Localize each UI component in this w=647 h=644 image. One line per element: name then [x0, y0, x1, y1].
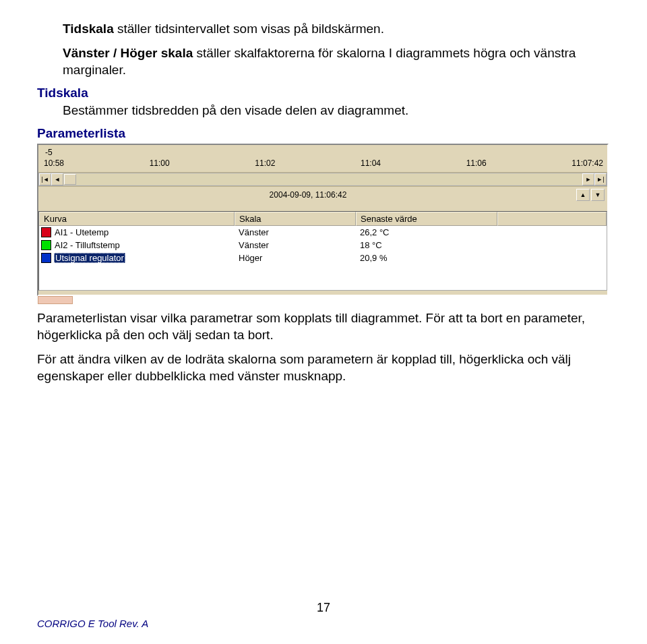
footer-product-name: CORRIGO [37, 618, 86, 629]
color-swatch-icon [41, 227, 51, 237]
scroll-right-button[interactable]: ► [582, 173, 594, 185]
scroll-left-button[interactable]: ◄ [51, 173, 63, 185]
cell-senaste-varde: 20,9 % [356, 253, 497, 263]
timestamp-text: 2004-09-09, 11:06:42 [41, 190, 575, 200]
parameter-table[interactable]: Kurva Skala Senaste värde AI1 - UtetempV… [38, 211, 607, 291]
scroll-thumb[interactable] [64, 174, 76, 185]
intro-line-1: Tidskala ställer tidsintervallet som vis… [63, 20, 610, 38]
intro-bold-2: Vänster / Höger skala [63, 46, 193, 60]
row-label: Utsignal regulator [54, 253, 125, 263]
table-empty-space [39, 264, 607, 290]
post-table-p1: Parameterlistan visar vilka parametrar s… [37, 310, 610, 344]
cell-senaste-varde: 26,2 °C [356, 227, 497, 237]
header-kurva[interactable]: Kurva [39, 212, 235, 226]
page-number: 17 [37, 601, 610, 615]
tidskala-body: Bestämmer tidsbredden på den visade dele… [63, 102, 610, 119]
arrow-up-icon: ▲ [580, 192, 586, 198]
cell-skala: Höger [235, 253, 356, 263]
arrow-down-icon: ▼ [595, 192, 601, 198]
footer-product-rev: E Tool Rev. A [86, 618, 149, 629]
axis-tick-2: 11:02 [255, 158, 275, 168]
arrow-right-icon: ► [596, 176, 603, 183]
axis-tick-4: 11:06 [466, 158, 487, 168]
axis-tick-5: 11:07:42 [572, 158, 603, 168]
cell-senaste-varde: 18 °C [356, 240, 497, 250]
intro-line-2: Vänster / Höger skala ställer skalfaktor… [63, 45, 610, 79]
cell-skala: Vänster [235, 227, 356, 237]
panel-footer-strip [38, 296, 73, 304]
cell-kurva: AI1 - Utetemp [39, 227, 235, 237]
bar-right-icon: | [603, 176, 604, 183]
table-header-row: Kurva Skala Senaste värde [39, 212, 607, 226]
arrow-right-icon: ► [586, 176, 592, 183]
table-body: AI1 - UtetempVänster26,2 °CAI2 - Tilluft… [39, 226, 607, 264]
axis-tick-0: 10:58 [44, 158, 64, 168]
scroll-track[interactable] [76, 174, 582, 185]
heading-parameterlista: Parameterlista [37, 126, 610, 141]
table-row[interactable]: AI1 - UtetempVänster26,2 °C [39, 226, 607, 239]
scroll-start-button[interactable]: |◄ [39, 173, 51, 185]
parameter-panel: -5 10:58 11:00 11:02 11:04 11:06 11:07:4… [37, 144, 609, 304]
color-swatch-icon [41, 240, 51, 250]
row-label: AI1 - Utetemp [54, 227, 109, 237]
color-swatch-icon [41, 253, 51, 263]
axis-tick-3: 11:04 [361, 158, 381, 168]
arrow-left-icon: ◄ [55, 176, 61, 183]
chart-axis-area: -5 10:58 11:00 11:02 11:04 11:06 11:07:4… [38, 145, 607, 173]
heading-tidskala: Tidskala [37, 86, 610, 100]
axis-x-ticks: 10:58 11:00 11:02 11:04 11:06 11:07:42 [44, 158, 603, 168]
intro-rest-1: ställer tidsintervallet som visas på bil… [114, 22, 384, 36]
horizontal-scrollbar[interactable]: |◄ ◄ ► ►| [38, 173, 607, 186]
cell-kurva: Utsignal regulator [39, 253, 235, 263]
cell-kurva: AI2 - Tilluftstemp [39, 240, 235, 250]
timestamp-down-button[interactable]: ▼ [591, 189, 605, 201]
row-label: AI2 - Tilluftstemp [54, 240, 120, 250]
arrow-left-icon: ◄ [43, 176, 49, 183]
header-blank [497, 212, 607, 226]
table-row[interactable]: Utsignal regulatorHöger20,9 % [39, 252, 607, 264]
scroll-end-button[interactable]: ►| [594, 173, 607, 185]
table-row[interactable]: AI2 - TilluftstempVänster18 °C [39, 239, 607, 252]
axis-y-tick: -5 [45, 148, 603, 157]
header-skala[interactable]: Skala [235, 212, 356, 226]
cell-skala: Vänster [235, 240, 356, 250]
page-footer: 17 CORRIGO E Tool Rev. A [37, 601, 610, 629]
footer-product: CORRIGO E Tool Rev. A [37, 618, 610, 629]
intro-bold-1: Tidskala [63, 22, 114, 36]
timestamp-bar: 2004-09-09, 11:06:42 ▲ ▼ [38, 186, 607, 203]
post-table-p2: För att ändra vilken av de lodräta skalo… [37, 351, 610, 385]
timestamp-up-button[interactable]: ▲ [576, 189, 590, 201]
header-senaste-varde[interactable]: Senaste värde [356, 212, 497, 226]
axis-tick-1: 11:00 [150, 158, 170, 168]
